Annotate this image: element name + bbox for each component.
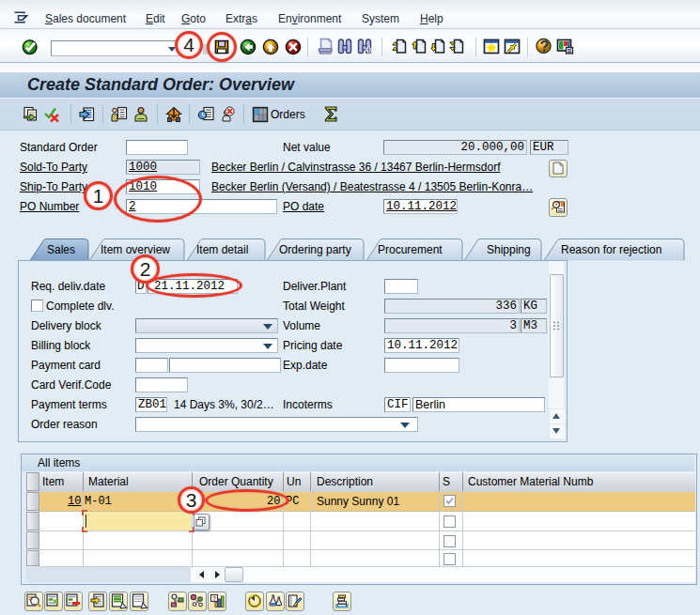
svg-text:?: ? bbox=[212, 595, 216, 602]
svg-text:?: ? bbox=[540, 38, 550, 54]
